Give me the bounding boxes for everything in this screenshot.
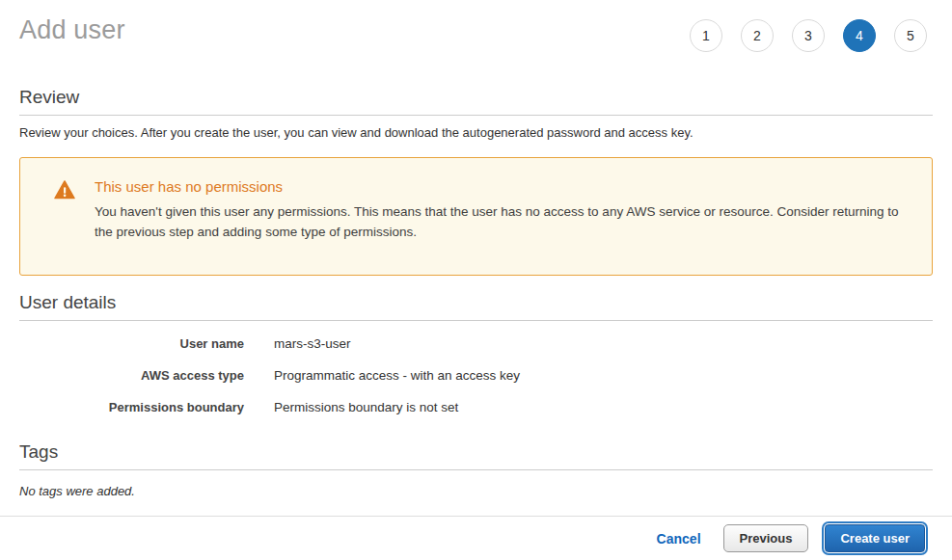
step-1: 1 [690,19,722,52]
footer-divider [0,516,952,517]
no-permissions-warning: This user has no permissions You haven't… [19,157,933,276]
detail-label: User name [19,336,244,351]
detail-label: AWS access type [19,368,244,383]
detail-value: Permissions boundary is not set [274,400,458,414]
warning-triangle-icon [54,180,75,275]
detail-row-permissions-boundary: Permissions boundary Permissions boundar… [19,400,933,414]
create-user-button[interactable]: Create user [825,524,925,552]
warning-content: This user has no permissions You haven't… [95,178,912,275]
cancel-button[interactable]: Cancel [657,531,701,547]
warning-body: You haven't given this user any permissi… [95,201,912,242]
detail-label: Permissions boundary [19,400,244,414]
tags-heading: Tags [19,441,933,463]
previous-button[interactable]: Previous [723,524,809,552]
review-heading: Review [19,87,933,108]
step-5: 5 [894,19,927,52]
add-user-wizard: Add user 1 2 3 4 5 Review Review your ch… [0,0,952,560]
user-details-heading: User details [19,292,933,313]
review-divider [19,115,933,116]
user-details-rows: User name mars-s3-user AWS access type P… [19,336,933,414]
footer-actions: Cancel Previous Create user [657,524,928,552]
user-details-divider [19,320,933,321]
step-2: 2 [741,19,774,52]
wizard-header: Add user 1 2 3 4 5 [0,0,952,52]
warning-title: This user has no permissions [95,178,912,195]
detail-value: mars-s3-user [274,336,351,351]
detail-row-access-type: AWS access type Programmatic access - wi… [19,368,933,383]
detail-value: Programmatic access - with an access key [274,368,520,383]
detail-row-user-name: User name mars-s3-user [19,336,933,351]
tags-empty-message: No tags were added. [19,484,933,498]
tags-section: Tags No tags were added. [0,441,952,498]
step-4-current: 4 [843,19,876,52]
step-indicator: 1 2 3 4 5 [690,19,927,52]
step-3: 3 [792,19,825,52]
user-details-section: User details User name mars-s3-user AWS … [0,292,952,414]
tags-divider [19,469,933,470]
review-description: Review your choices. After you create th… [19,125,933,140]
review-section: Review Review your choices. After you cr… [0,87,952,140]
page-title: Add user [19,15,125,45]
